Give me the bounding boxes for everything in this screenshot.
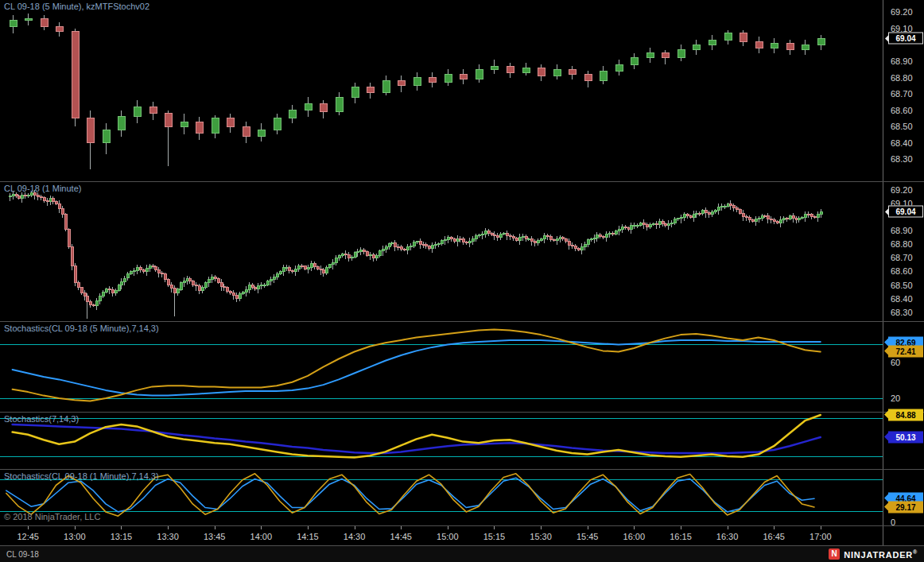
time-label: 15:45: [577, 532, 599, 541]
time-label: 16:30: [716, 532, 739, 541]
badge-arrow-icon: [884, 432, 888, 440]
time-label: 15:15: [483, 532, 506, 541]
panel-price-1min: CL 09-18 (1 Minute) 69.2069.1068.9068.80…: [0, 182, 924, 322]
time-tick: [261, 526, 262, 529]
panel-price-5min: CL 09-18 (5 Minute), kzMTFStochv02 69.20…: [0, 0, 924, 182]
axis-tick-label: 68.50: [891, 122, 913, 131]
time-tick: [728, 526, 728, 529]
price-chart-5min[interactable]: CL 09-18 (5 Minute), kzMTFStochv02: [0, 0, 883, 181]
copyright-text: © 2018 NinjaTrader, LLC: [4, 512, 100, 521]
stoch_1min-percent-d-line: [6, 478, 814, 512]
stoch-combo-d-badge: 50.13: [888, 431, 923, 443]
time-label: 13:00: [64, 532, 86, 541]
axis-tick-label: 69.20: [891, 7, 913, 17]
stoch-combo-k-badge: 84.88: [888, 409, 923, 421]
price_5min-canvas[interactable]: [0, 0, 883, 181]
time-label: 13:15: [111, 532, 133, 541]
axis-tick-label: 68.60: [891, 266, 913, 276]
time-axis-corner: [883, 526, 924, 545]
axis-tick-label: 68.70: [891, 253, 913, 262]
time-label: 15:30: [530, 532, 552, 541]
time-tick: [168, 526, 169, 529]
stoch-axis-combo[interactable]: 84.8850.13: [883, 413, 924, 469]
axis-tick-label: 68.30: [891, 308, 913, 317]
ninjatrader-logo-icon: N: [829, 548, 840, 560]
axis-tick-label: 69.20: [891, 185, 913, 195]
stoch5-k-badge: 72.41: [888, 346, 923, 358]
time-label: 14:45: [390, 532, 412, 541]
axis-tick-label: 68.70: [891, 89, 913, 99]
registered-mark: ®: [913, 549, 918, 555]
time-tick: [215, 526, 215, 529]
time-label: 17:00: [809, 532, 832, 541]
time-tick: [308, 526, 309, 529]
time-label: 14:00: [250, 532, 273, 541]
time-tick: [821, 526, 821, 529]
time-tick: [588, 526, 588, 529]
time-tick: [494, 526, 495, 529]
last-price-badge-5min: 69.04: [888, 33, 923, 45]
stoch_combo-percent-k-line: [13, 415, 821, 458]
panel-stoch-combo: Stochastics(7,14,3) 84.8850.13: [0, 413, 924, 470]
ninjatrader-logo-text: NINJATRADER®: [844, 549, 918, 560]
stoch-axis-1min[interactable]: 044.6429.17: [883, 470, 924, 525]
status-bar: CL 09-18 N NINJATRADER®: [0, 546, 924, 562]
axis-tick-label: 68.80: [891, 239, 913, 249]
time-tick: [75, 526, 76, 529]
badge-arrow-icon: [884, 338, 888, 346]
price-axis-1min[interactable]: 69.2069.1068.9068.8068.7068.6068.5068.40…: [883, 182, 924, 321]
status-symbol: CL 09-18: [6, 550, 39, 559]
axis-tick-label: 68.60: [891, 106, 913, 115]
time-tick: [28, 526, 29, 529]
time-label: 13:30: [157, 532, 179, 541]
stoch_5min-canvas[interactable]: [0, 322, 883, 412]
axis-tick-label: 68.90: [891, 226, 913, 235]
time-tick: [401, 526, 402, 529]
axis-tick-label: 60: [891, 358, 900, 367]
time-label: 14:15: [297, 532, 319, 541]
panel-stoch-5min: Stochastics(CL 09-18 (5 Minute),7,14,3) …: [0, 322, 924, 413]
time-label: 13:45: [204, 532, 226, 541]
time-label: 16:00: [623, 532, 646, 541]
time-label: 15:00: [437, 532, 459, 541]
panel-stoch-1min: Stochastics(CL 09-18 (1 Minute),7,14,3) …: [0, 470, 924, 526]
stoch_combo-canvas[interactable]: [0, 413, 883, 469]
stoch_5min-percent-d-line: [13, 340, 821, 396]
stoch1-k-badge: 29.17: [888, 501, 923, 513]
stoch-axis-5min[interactable]: 602082.6972.41: [883, 322, 924, 412]
axis-tick-label: 20: [891, 393, 900, 403]
time-tick: [541, 526, 542, 529]
time-tick: [355, 526, 355, 529]
price-chart-1min[interactable]: CL 09-18 (1 Minute): [0, 182, 883, 321]
axis-tick-label: 68.90: [891, 56, 913, 66]
stoch_1min-canvas[interactable]: [0, 470, 883, 525]
time-label: 14:30: [344, 532, 366, 541]
ninjatrader-chart-window: CL 09-18 (5 Minute), kzMTFStochv02 69.20…: [0, 0, 924, 562]
price-axis-5min[interactable]: 69.2069.1068.9068.8068.7068.6068.5068.40…: [883, 0, 924, 181]
time-label: 16:15: [670, 532, 692, 541]
badge-arrow-icon: [884, 411, 888, 419]
axis-tick-label: 68.30: [891, 154, 913, 164]
ninjatrader-logo: N NINJATRADER®: [829, 548, 918, 560]
badge-arrow-icon: [884, 347, 888, 355]
badge-arrow-icon: [884, 502, 888, 510]
time-tick: [681, 526, 681, 529]
axis-tick-label: 0: [891, 517, 895, 527]
time-tick: [634, 526, 635, 529]
time-axis-row: 12:4513:0013:1513:3013:4514:0014:1514:30…: [0, 526, 924, 546]
time-label: 12:45: [17, 532, 39, 541]
time-tick: [448, 526, 448, 529]
time-label: 16:45: [763, 532, 785, 541]
axis-tick-label: 68.50: [891, 281, 913, 290]
stoch-chart-1min[interactable]: Stochastics(CL 09-18 (1 Minute),7,14,3) …: [0, 470, 883, 525]
badge-arrow-icon: [885, 35, 889, 43]
price_1min-canvas[interactable]: [0, 182, 883, 321]
badge-arrow-icon: [885, 208, 889, 216]
stoch-chart-combo[interactable]: Stochastics(7,14,3): [0, 413, 883, 469]
time-axis[interactable]: 12:4513:0013:1513:3013:4514:0014:1514:30…: [0, 526, 883, 545]
axis-tick-label: 68.40: [891, 294, 913, 304]
time-tick: [774, 526, 775, 529]
stoch-chart-5min[interactable]: Stochastics(CL 09-18 (5 Minute),7,14,3): [0, 322, 883, 412]
axis-tick-label: 68.40: [891, 138, 913, 148]
last-price-badge-1min: 69.04: [888, 206, 923, 218]
